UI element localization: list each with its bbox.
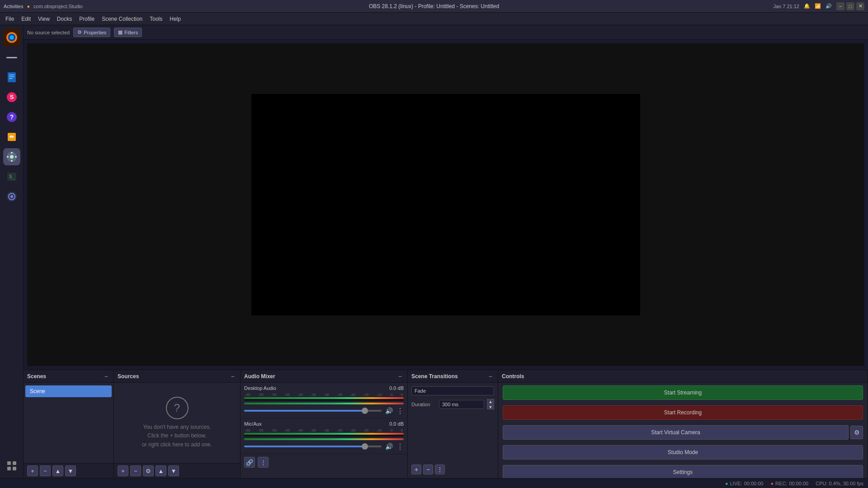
start-streaming-button[interactable]: Start Streaming [503, 385, 863, 400]
menu-view[interactable]: View [34, 14, 53, 24]
sources-title: Sources [118, 373, 139, 380]
sources-settings-button[interactable]: ⚙ [143, 465, 154, 476]
sidebar-software[interactable]: S [3, 89, 20, 106]
scenes-collapse-button[interactable]: − [103, 372, 110, 381]
audio-footer: 🔗 ⋮ [241, 454, 407, 470]
menu-file[interactable]: File [2, 14, 18, 24]
maximize-button[interactable]: □ [846, 2, 854, 10]
transitions-remove-button[interactable]: − [423, 465, 433, 474]
sidebar-help[interactable]: ? [3, 108, 20, 126]
window-title: OBS 28.1.2 (linux) - Profile: Untitled -… [369, 3, 499, 9]
filters-button[interactable]: ▦ Filters [114, 28, 142, 37]
transitions-add-actions: + − ⋮ [408, 465, 498, 478]
audio-mixer-header: Audio Mixer − [241, 370, 407, 383]
desktop-audio-db: 0.0 dB [389, 385, 404, 391]
scenes-remove-button[interactable]: − [40, 465, 51, 476]
duration-input[interactable] [439, 400, 484, 409]
scenes-up-button[interactable]: ▲ [52, 465, 63, 476]
menu-docks[interactable]: Docks [53, 14, 75, 24]
sidebar-obs[interactable] [3, 188, 20, 205]
desktop-more-button[interactable]: ⋮ [396, 407, 404, 415]
minimize-button[interactable]: − [836, 2, 844, 10]
transitions-title: Scene Transitions [411, 373, 458, 380]
datetime: Jan 7 21:12 [774, 4, 800, 9]
sidebar-terminal[interactable]: $_ [3, 168, 20, 185]
audio-channel-mic-header: Mic/Aux 0.0 dB [244, 421, 404, 427]
network-icon: 📶 [815, 3, 821, 9]
top-bar-right: Jan 7 21:12 🔔 📶 🔊 − □ ✕ [774, 2, 865, 10]
transitions-add-button[interactable]: + [411, 465, 421, 474]
svg-point-15 [11, 152, 13, 154]
mic-aux-meter [244, 433, 404, 436]
menu-tools[interactable]: Tools [146, 14, 166, 24]
menu-scene-collection[interactable]: Scene Collection [98, 14, 146, 24]
scene-item-scene[interactable]: Scene [25, 385, 112, 397]
main-layout: S ? ✏ $_ No source se [0, 25, 868, 478]
desktop-audio-meter2 [244, 403, 404, 404]
scenes-list: Scene [24, 383, 113, 463]
app-icon: ● [27, 4, 30, 9]
sources-up-button[interactable]: ▲ [156, 465, 166, 476]
volume-icon[interactable]: 🔊 [826, 3, 832, 9]
empty-sources[interactable]: ? You don't have any sources. Click the … [114, 383, 240, 463]
svg-text:S: S [9, 94, 14, 100]
sidebar-settings[interactable] [3, 148, 20, 165]
controls-header: Controls [498, 370, 868, 383]
activities-label[interactable]: Activities [4, 4, 23, 9]
transitions-more-button[interactable]: ⋮ [435, 465, 445, 474]
desktop-mute-button[interactable]: 🔊 [384, 406, 394, 415]
svg-rect-25 [13, 461, 16, 465]
scenes-add-button[interactable]: + [27, 465, 38, 476]
scenes-down-button[interactable]: ▼ [65, 465, 76, 476]
desktop-audio-label: Desktop Audio [244, 385, 276, 391]
menu-help[interactable]: Help [166, 14, 184, 24]
audio-mixer-title: Audio Mixer [244, 373, 275, 380]
sources-panel: Sources − ? You don't have any sources. … [114, 370, 241, 478]
preview-canvas [251, 94, 640, 315]
transitions-collapse-button[interactable]: − [487, 372, 494, 381]
transition-type-select[interactable]: Fade Cut Swipe [411, 386, 494, 395]
transitions-actions: − [487, 372, 494, 381]
sidebar-apps[interactable] [3, 457, 20, 474]
duration-down-button[interactable]: ▼ [487, 404, 494, 409]
audio-link-button[interactable]: 🔗 [244, 457, 255, 468]
close-button[interactable]: ✕ [856, 2, 864, 10]
sidebar-editor[interactable]: ✏ [3, 128, 20, 145]
sidebar-dash[interactable] [3, 49, 20, 66]
menu-profile[interactable]: Profile [75, 14, 98, 24]
virtual-camera-settings-button[interactable]: ⚙ [850, 426, 863, 439]
sources-remove-button[interactable]: − [130, 465, 141, 476]
duration-up-button[interactable]: ▲ [487, 399, 494, 404]
bottom-panels: Scenes − Scene + − ▲ ▼ Sources [24, 370, 868, 478]
controls-title: Controls [502, 373, 524, 380]
audio-settings-button[interactable]: ⋮ [258, 457, 269, 468]
sources-toolbar: + − ⚙ ▲ ▼ [114, 463, 240, 478]
mic-more-button[interactable]: ⋮ [396, 442, 404, 451]
properties-button[interactable]: ⚙ Properties [73, 28, 110, 37]
bell-icon[interactable]: 🔔 [804, 3, 810, 9]
svg-point-18 [15, 156, 17, 158]
mic-aux-meter2 [244, 438, 404, 440]
mic-aux-ticks: -60 -55 -50 -45 -40 -35 -30 -25 -20 -15 … [244, 428, 404, 432]
svg-rect-26 [7, 467, 11, 470]
settings-button[interactable]: Settings [503, 465, 863, 478]
start-recording-button[interactable]: Start Recording [503, 405, 863, 420]
sources-add-button[interactable]: + [118, 465, 128, 476]
audio-mixer-collapse-button[interactable]: − [396, 372, 404, 381]
studio-mode-button[interactable]: Studio Mode [503, 445, 863, 460]
mic-aux-controls: 🔊 ⋮ [244, 442, 404, 451]
sidebar-notes[interactable] [3, 69, 20, 86]
desktop-volume-slider[interactable] [244, 410, 382, 412]
sources-collapse-button[interactable]: − [229, 372, 236, 381]
audio-channel-desktop: Desktop Audio 0.0 dB -60 -55 -50 -45 -40… [241, 383, 407, 418]
svg-rect-6 [9, 78, 13, 79]
mic-aux-db: 0.0 dB [389, 421, 404, 427]
scenes-panel-header: Scenes − [24, 370, 113, 383]
mic-mute-button[interactable]: 🔊 [384, 442, 394, 451]
mic-volume-slider[interactable] [244, 446, 382, 447]
sources-down-button[interactable]: ▼ [168, 465, 179, 476]
sidebar-firefox[interactable] [3, 29, 20, 46]
svg-point-23 [10, 195, 13, 198]
menu-edit[interactable]: Edit [18, 14, 34, 24]
start-virtual-camera-button[interactable]: Start Virtual Camera [503, 425, 849, 440]
